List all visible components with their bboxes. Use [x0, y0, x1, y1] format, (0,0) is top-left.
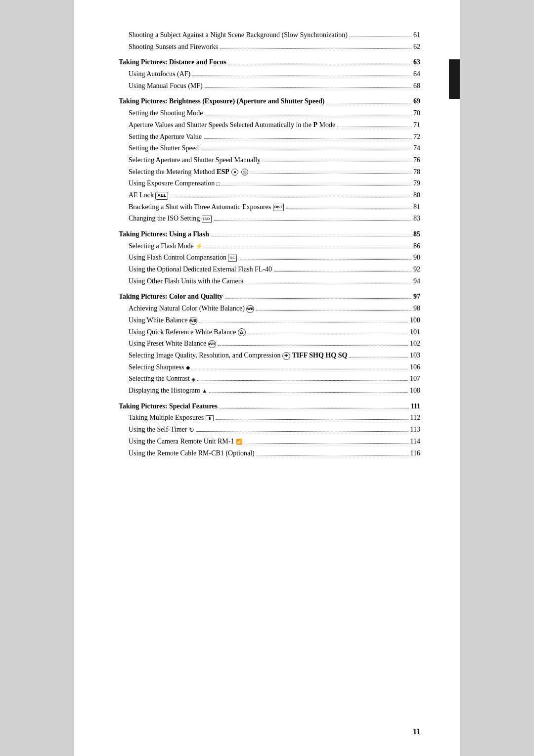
- page-num: 62: [413, 42, 420, 52]
- tiff-label: TIFF SHQ HQ SQ: [292, 352, 347, 359]
- page-num: 101: [410, 327, 420, 338]
- toc-entry-manual-focus: Using Manual Focus (MF) 68: [119, 81, 420, 91]
- page-num: 112: [410, 412, 420, 423]
- entry-text: Using the Self-Timer ↻: [129, 424, 194, 435]
- dots: [327, 103, 411, 103]
- page-num: 90: [413, 252, 420, 263]
- entry-text: Taking Pictures: Brightness (Exposure) (…: [119, 96, 325, 107]
- page-num: 103: [410, 350, 420, 361]
- page-num: 69: [413, 96, 420, 107]
- toc-entry-natural-color: Achieving Natural Color (White Balance) …: [119, 303, 420, 314]
- entry-text: Selecting Image Quality, Resolution, and…: [129, 350, 347, 361]
- entry-text: Aperture Values and Shutter Speeds Selec…: [129, 120, 335, 131]
- page-num: 111: [411, 401, 420, 412]
- wb-icon: WB: [246, 305, 254, 313]
- toc-entry-multi-exposure: Taking Multiple Exposures ▮ 112: [119, 412, 420, 423]
- toc-entry-remote-cable: Using the Remote Cable RM-CB1 (Optional)…: [119, 448, 420, 459]
- sharpness-icon: ◆: [186, 363, 190, 372]
- toc-entry-quick-ref-wb: Using Quick Reference White Balance △ 10…: [119, 327, 420, 338]
- dots: [256, 310, 411, 311]
- entry-text: Taking Pictures: Distance and Focus: [119, 57, 226, 68]
- entry-text: Setting the Shutter Speed: [129, 143, 199, 154]
- page-num: 100: [410, 315, 420, 326]
- toc-heading-brightness: Taking Pictures: Brightness (Exposure) (…: [119, 96, 420, 107]
- toc-entry-remote-unit: Using the Camera Remote Unit RM-1 📶 114: [119, 436, 420, 447]
- page-num: 113: [410, 424, 420, 435]
- dots: [228, 64, 411, 64]
- toc-entry-contrast: Selecting the Contrast ◈ 107: [119, 373, 420, 384]
- multi-icon: ▮: [206, 415, 214, 421]
- toc-entry-flash-comp: Using Flash Control Compensation RC 90: [119, 252, 420, 263]
- toc-entry-bracketing: Bracketing a Shot with Three Automatic E…: [119, 202, 420, 213]
- toc-entry-white-balance: Using White Balance WB 100: [119, 315, 420, 326]
- toc-heading-special: Taking Pictures: Special Features 111: [119, 401, 420, 412]
- toc-entry-image-quality: Selecting Image Quality, Resolution, and…: [119, 350, 420, 361]
- entry-text: Displaying the Histogram ▲: [129, 385, 207, 396]
- page-num: 61: [413, 30, 420, 41]
- exposure-icon: □: [217, 180, 220, 188]
- toc-entry-fl40: Using the Optional Dedicated External Fl…: [119, 264, 420, 275]
- page-num: 97: [413, 291, 420, 302]
- toc-entry-night-bg: Shooting a Subject Against a Night Scene…: [119, 30, 420, 41]
- toc-entry-iso: Changing the ISO Setting ISO 83: [119, 213, 420, 224]
- dots: [209, 392, 408, 393]
- entry-text: Using Exposure Compensation □: [129, 178, 220, 189]
- dots: [263, 162, 411, 162]
- page-num: 114: [410, 436, 420, 447]
- dots: [274, 271, 411, 271]
- entry-text: Using Autofocus (AF): [129, 69, 190, 80]
- entry-text: Using Preset White Balance WB: [129, 338, 216, 349]
- page-num: 72: [413, 132, 420, 142]
- preset-wb-icon: WB: [208, 340, 216, 348]
- remote-icon: 📶: [236, 438, 243, 446]
- dots: [214, 220, 411, 221]
- dots: [201, 150, 411, 150]
- entry-text: Selecting the Contrast ◈: [129, 373, 195, 384]
- quality-icon: ✚: [282, 352, 290, 360]
- dots: [192, 369, 408, 369]
- p-mode-label: P: [313, 121, 317, 129]
- esp-label: ESP: [217, 168, 229, 176]
- flash-icon: ⚡: [195, 242, 203, 251]
- entry-text: Selecting Sharpness ◆: [129, 362, 190, 373]
- entry-text: Using the Camera Remote Unit RM-1 📶: [129, 436, 243, 447]
- toc-entry-preset-wb: Using Preset White Balance WB 102: [119, 338, 420, 349]
- dots: [197, 380, 408, 381]
- dots: [216, 419, 408, 420]
- page-num: 83: [413, 213, 420, 224]
- entry-text: Using the Optional Dedicated External Fl…: [129, 264, 272, 275]
- section-tab: [449, 59, 460, 99]
- dots: [337, 127, 411, 127]
- dots: [246, 283, 411, 283]
- page-num: 107: [410, 373, 420, 384]
- entry-text: Using the Remote Cable RM-CB1 (Optional): [129, 448, 255, 459]
- metering-icon-2: ◎: [241, 169, 248, 176]
- dots: [286, 209, 411, 209]
- bracket-icon: BKT: [273, 204, 284, 211]
- toc-entry-metering: Selecting the Metering Method ESP ● ◎ 78: [119, 167, 420, 178]
- ael-icon: AEL: [155, 192, 168, 200]
- entry-text: Bracketing a Shot with Three Automatic E…: [129, 202, 284, 213]
- page-num: 68: [413, 81, 420, 91]
- entry-text: Selecting the Metering Method ESP ● ◎: [129, 167, 249, 178]
- toc-entry-other-flash: Using Other Flash Units with the Camera …: [119, 276, 420, 287]
- dots: [220, 48, 411, 49]
- page: Shooting a Subject Against a Night Scene…: [74, 0, 460, 756]
- page-num: 86: [413, 241, 420, 252]
- entry-text: Using Flash Control Compensation RC: [129, 252, 237, 263]
- dots: [218, 345, 408, 346]
- toc-entry-sharpness: Selecting Sharpness ◆ 106: [119, 362, 420, 373]
- dots: [205, 115, 412, 115]
- page-num: 98: [413, 303, 420, 314]
- dots: [199, 322, 408, 322]
- toc-entry-sunsets: Shooting Sunsets and Fireworks 62: [119, 42, 420, 52]
- toc-entry-self-timer: Using the Self-Timer ↻ 113: [119, 424, 420, 435]
- entry-text: Taking Pictures: Color and Quality: [119, 291, 223, 302]
- entry-text: Shooting a Subject Against a Night Scene…: [129, 30, 348, 41]
- page-num: 78: [413, 167, 420, 178]
- entry-text: Selecting a Flash Mode ⚡: [129, 241, 203, 252]
- dots: [350, 37, 411, 37]
- selftimer-icon: ↻: [189, 425, 194, 435]
- page-num: 70: [413, 108, 420, 119]
- page-num: 92: [413, 264, 420, 275]
